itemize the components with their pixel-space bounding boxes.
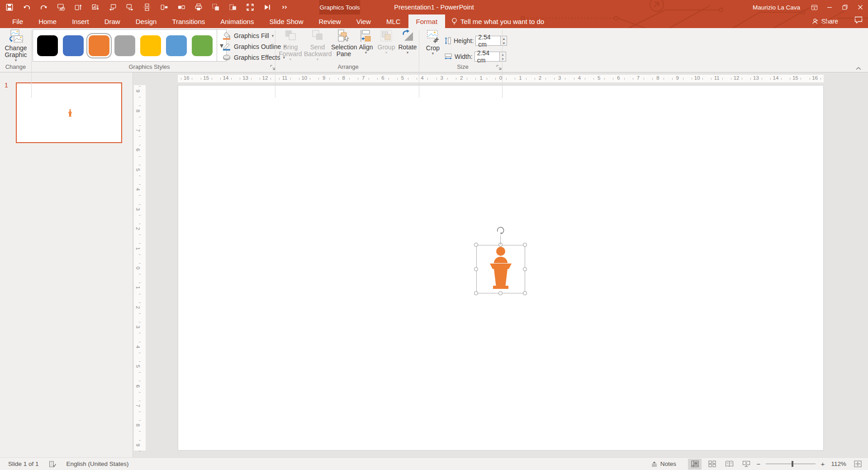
qat-present-play-icon[interactable] <box>56 2 66 13</box>
style-swatch-yellow[interactable] <box>140 35 161 56</box>
tab-transitions[interactable]: Transitions <box>164 14 213 28</box>
tab-slide-show[interactable]: Slide Show <box>261 14 311 28</box>
qat-align-stack-icon[interactable] <box>142 2 152 13</box>
share-button[interactable]: Share <box>812 14 838 28</box>
qat-play-next-icon[interactable] <box>262 2 272 13</box>
tab-view[interactable]: View <box>349 14 379 28</box>
qat-save-icon[interactable] <box>5 2 14 13</box>
rotation-handle-icon[interactable] <box>496 226 505 235</box>
slide-indicator[interactable]: Slide 1 of 1 <box>8 460 39 467</box>
v-ruler-tick <box>139 184 141 185</box>
selection-pane-button[interactable]: Selection Pane <box>332 29 356 58</box>
style-swatch-dark-blue[interactable] <box>63 35 84 56</box>
change-graphic-button[interactable]: Change Graphic ▾ <box>1 29 31 62</box>
tab-review[interactable]: Review <box>311 14 348 28</box>
align-button[interactable]: Align ▾ <box>357 29 375 54</box>
zoom-slider-thumb[interactable] <box>792 461 793 467</box>
spellcheck-icon[interactable] <box>49 460 57 468</box>
ribbon: Change Graphic ▾ Change ▾ Graphics Style… <box>0 28 868 72</box>
qat-redo-icon[interactable] <box>39 2 49 13</box>
collapse-ribbon-icon[interactable] <box>855 66 862 71</box>
style-swatch-blue[interactable] <box>166 35 187 56</box>
qat-paste-grid2-icon[interactable] <box>228 2 238 13</box>
tab-format[interactable]: Format <box>408 14 446 28</box>
tab-home[interactable]: Home <box>31 14 64 28</box>
qat-undo-icon[interactable] <box>22 2 32 13</box>
tab-animations[interactable]: Animations <box>213 14 261 28</box>
zoom-in-button[interactable]: + <box>819 460 826 468</box>
width-input[interactable]: 2.54 cm <box>474 52 500 62</box>
v-ruler-tick <box>139 195 141 196</box>
qat-slide-up-icon[interactable] <box>73 2 83 13</box>
v-ruler-tick <box>139 86 141 86</box>
spin-up-icon[interactable]: ▲ <box>500 52 506 57</box>
height-input[interactable]: 2.54 cm <box>475 36 501 46</box>
slide-sorter-view-button[interactable] <box>705 459 719 470</box>
dropdown-caret-icon: ▾ <box>289 58 292 61</box>
qat-shape-left-icon[interactable] <box>159 2 169 13</box>
width-spinner[interactable]: ▲▼ <box>500 52 506 62</box>
graphics-effects-button[interactable]: Graphics Effects▾ <box>223 52 285 62</box>
crop-button[interactable]: Crop ▾ <box>423 29 442 55</box>
language-indicator[interactable]: English (United States) <box>66 460 129 467</box>
selection-handle[interactable] <box>523 291 527 295</box>
h-ruler-tick <box>231 78 232 80</box>
selection-handle[interactable] <box>523 243 527 247</box>
height-row: Height: 2.54 cm ▲▼ <box>444 36 507 46</box>
qat-fullscreen-icon[interactable] <box>245 2 255 13</box>
h-ruler-tick <box>270 78 271 80</box>
zoom-slider[interactable] <box>766 464 816 464</box>
style-swatch-black[interactable] <box>37 35 58 56</box>
v-ruler-number: 4 <box>135 345 141 348</box>
restore-icon[interactable] <box>837 0 853 14</box>
tab-insert[interactable]: Insert <box>64 14 97 28</box>
comments-icon[interactable] <box>854 16 863 25</box>
selection-handle[interactable] <box>474 267 478 271</box>
spin-down-icon[interactable]: ▼ <box>500 57 506 61</box>
style-swatch-green[interactable] <box>192 35 213 56</box>
graphics-outline-button[interactable]: Graphics Outline▾ <box>223 41 286 52</box>
v-ruler-number: 6 <box>135 149 141 151</box>
minimize-icon[interactable] <box>822 0 837 14</box>
zoom-out-button[interactable]: − <box>755 460 762 468</box>
h-ruler-tick <box>467 78 467 80</box>
tab-design[interactable]: Design <box>128 14 165 28</box>
qat-slide-forward-icon[interactable] <box>125 2 135 13</box>
qat-shapes-pair-icon[interactable] <box>176 2 186 13</box>
selection-handle[interactable] <box>474 243 478 247</box>
qat-chart-down-icon[interactable] <box>90 2 100 13</box>
ribbon-display-options-icon[interactable] <box>806 0 822 14</box>
fit-slide-to-window-button[interactable] <box>851 459 864 470</box>
selection-handle[interactable] <box>498 291 503 295</box>
tab-file[interactable]: File <box>5 14 31 28</box>
close-icon[interactable] <box>853 0 868 14</box>
slide-thumbnail[interactable] <box>16 82 122 143</box>
reading-view-button[interactable] <box>722 459 736 470</box>
zoom-percentage[interactable]: 112% <box>826 460 846 467</box>
selection-handle[interactable] <box>523 267 527 271</box>
notes-button[interactable]: Notes <box>651 460 676 467</box>
rotate-button[interactable]: Rotate ▾ <box>397 29 418 54</box>
style-swatch-gray[interactable] <box>114 35 135 56</box>
qat-print-layout-icon[interactable] <box>194 2 204 13</box>
width-row: Width: 2.54 cm ▲▼ <box>444 52 506 62</box>
qat-slide-back-icon[interactable] <box>108 2 118 13</box>
selection-handle[interactable] <box>474 291 478 295</box>
h-ruler-tick <box>495 78 496 80</box>
qat-more-commands-icon[interactable] <box>280 2 289 13</box>
normal-view-button[interactable] <box>688 459 702 470</box>
h-ruler-tick <box>574 78 574 80</box>
v-ruler-tick <box>139 451 141 451</box>
tab-mlc[interactable]: MLC <box>379 14 408 28</box>
v-ruler-tick <box>139 322 141 322</box>
h-ruler-tick <box>181 78 181 80</box>
slideshow-view-button[interactable] <box>740 459 753 470</box>
crop-label: Crop <box>426 45 440 52</box>
tab-draw[interactable]: Draw <box>97 14 128 28</box>
qat-paste-grid-icon[interactable] <box>211 2 221 13</box>
dropdown-caret-icon: ▾ <box>385 51 388 54</box>
style-swatch-orange[interactable] <box>89 35 109 56</box>
tell-me-box[interactable]: Tell me what you want to do <box>451 14 544 28</box>
size-dialog-launcher-icon[interactable] <box>496 64 502 71</box>
graphics-fill-button[interactable]: Graphics Fill▾ <box>223 30 274 41</box>
